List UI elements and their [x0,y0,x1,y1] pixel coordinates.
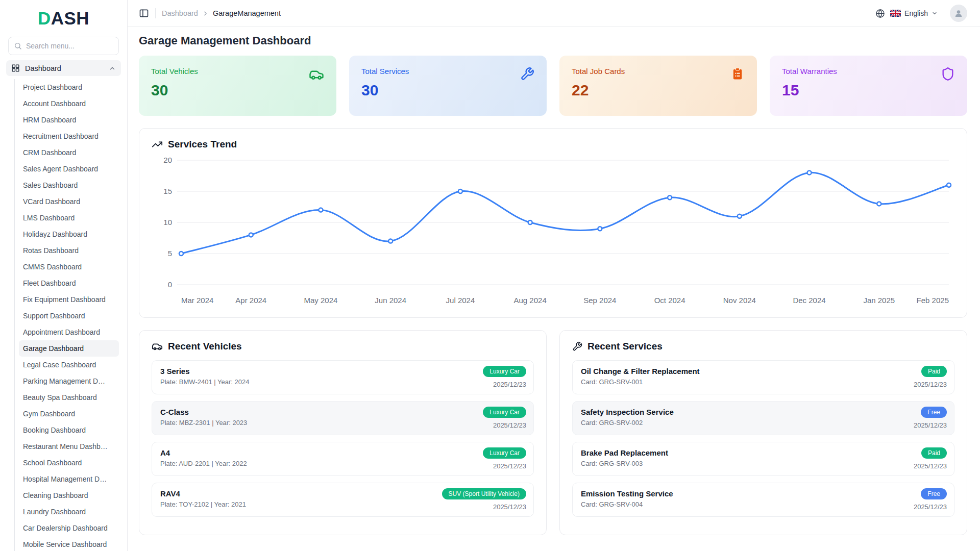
status-badge: Paid [921,447,947,459]
breadcrumb: Dashboard GarageManagement [162,9,281,17]
sidebar-item[interactable]: Fleet Dashboard [19,275,119,291]
sidebar-item-active[interactable]: Garage Dashboard [19,340,119,357]
status-badge: Free [921,407,947,418]
globe-icon[interactable] [875,9,885,18]
sidebar-item[interactable]: Sales Agent Dashboard [19,161,119,177]
svg-text:Oct 2024: Oct 2024 [654,296,685,305]
grid-icon [11,64,20,72]
service-row[interactable]: Brake Pad ReplacementCard: GRG-SRV-003Pa… [572,442,954,476]
recent-vehicles-title-text: Recent Vehicles [168,341,242,352]
search-input[interactable] [26,42,118,50]
sidebar-item[interactable]: Mobile Service Dashboard [19,536,119,551]
recent-services-card: Recent Services Oil Change & Filter Repl… [559,330,967,535]
vehicle-row[interactable]: 3 SeriesPlate: BMW-2401 | Year: 2024Luxu… [152,360,534,394]
recent-services-list: Oil Change & Filter ReplacementCard: GRG… [572,360,954,517]
sidebar-item[interactable]: Gym Dashboard [19,406,119,422]
recent-vehicles-card: Recent Vehicles 3 SeriesPlate: BMW-2401 … [139,330,547,535]
recent-vehicles-title: Recent Vehicles [152,341,534,352]
chevron-down-icon [932,10,938,16]
sidebar-item[interactable]: Parking Management D… [19,373,119,389]
vehicle-row[interactable]: A4Plate: AUD-2201 | Year: 2022Luxury Car… [152,442,534,476]
brand-logo-rest: ASH [51,8,89,28]
line-chart-svg: 20151050Mar 2024Apr 2024May 2024Jun 2024… [152,153,954,312]
stat-label: Total Vehicles [151,67,324,76]
sidebar-item[interactable]: LMS Dashboard [19,210,119,226]
car-icon [152,341,163,352]
sidebar-item[interactable]: Restaurant Menu Dashb… [19,438,119,455]
svg-text:Jul 2024: Jul 2024 [446,296,475,305]
svg-text:Feb 2025: Feb 2025 [917,296,949,305]
sidebar-item[interactable]: VCard Dashboard [19,193,119,210]
brand-logo: DASH [0,8,127,29]
car-icon [309,67,324,82]
svg-text:May 2024: May 2024 [304,296,338,305]
language-selector[interactable]: English [890,9,938,17]
sidebar-item[interactable]: Cleaning Dashboard [19,487,119,504]
clipboard-icon [730,67,745,81]
stat-card-total-services: Total Services 30 [349,56,547,116]
sidebar-item[interactable]: CRM Dashboard [19,144,119,161]
breadcrumb-dashboard[interactable]: Dashboard [162,9,198,17]
svg-text:Mar 2024: Mar 2024 [181,296,213,305]
row-subtitle: Card: GRG-SRV-004 [581,500,946,508]
stat-value: 30 [151,82,324,99]
topbar-divider [155,8,156,18]
row-subtitle: Card: GRG-SRV-003 [581,460,946,467]
sidebar: DASH Dashboard Project DashboardAccount … [0,0,128,551]
wrench-icon [572,341,582,352]
sidebar-item[interactable]: Car Dealership Dashboard [19,520,119,536]
svg-text:Aug 2024: Aug 2024 [514,296,547,305]
service-row[interactable]: Safety Inspection ServiceCard: GRG-SRV-0… [572,401,954,435]
sidebar-item[interactable]: CMMS Dashboard [19,259,119,275]
status-badge: Luxury Car [483,447,526,459]
sidebar-item[interactable]: Support Dashboard [19,308,119,324]
svg-text:Jun 2024: Jun 2024 [375,296,406,305]
status-badge: Paid [921,366,947,377]
user-avatar[interactable] [950,5,967,22]
row-date: 2025/12/23 [914,503,947,511]
sidebar-item[interactable]: Appointment Dashboard [19,324,119,340]
sidebar-item[interactable]: Fix Equipment Dashboard [19,291,119,308]
sidebar-item[interactable]: Sales Dashboard [19,177,119,193]
sidebar-item[interactable]: Hospital Management D… [19,471,119,487]
sidebar-item[interactable]: Project Dashboard [19,79,119,95]
uk-flag-icon [890,10,901,17]
service-row[interactable]: Emission Testing ServiceCard: GRG-SRV-00… [572,483,954,517]
sidebar-item[interactable]: HRM Dashboard [19,112,119,128]
row-subtitle: Card: GRG-SRV-001 [581,378,946,386]
row-subtitle: Plate: BMW-2401 | Year: 2024 [160,378,525,386]
stat-value: 15 [782,82,955,99]
sidebar-item[interactable]: Beauty Spa Dashboard [19,389,119,406]
stat-value: 30 [361,82,534,99]
stat-value: 22 [572,82,745,99]
service-row[interactable]: Oil Change & Filter ReplacementCard: GRG… [572,360,954,394]
sidebar-item[interactable]: Laundry Dashboard [19,504,119,520]
services-trend-card: Services Trend 20151050Mar 2024Apr 2024M… [139,128,967,318]
row-title: Safety Inspection Service [581,408,946,416]
app-root: DASH Dashboard Project DashboardAccount … [0,0,980,551]
sidebar-item[interactable]: Rotas Dashboard [19,242,119,259]
vehicle-row[interactable]: RAV4Plate: TOY-2102 | Year: 2021SUV (Spo… [152,483,534,517]
row-title: A4 [160,448,525,457]
vehicle-row[interactable]: C-ClassPlate: MBZ-2301 | Year: 2023Luxur… [152,401,534,435]
sidebar-item[interactable]: Legal Case Dashboard [19,357,119,373]
stat-label: Total Warranties [782,67,955,76]
sidebar-item[interactable]: Account Dashboard [19,95,119,112]
wrench-icon [520,67,534,81]
sidebar-item[interactable]: Recruitment Dashboard [19,128,119,144]
sidebar-item[interactable]: School Dashboard [19,455,119,471]
svg-text:Sep 2024: Sep 2024 [583,296,616,305]
chevron-right-icon [202,10,209,17]
sidebar-section-dashboard[interactable]: Dashboard [6,60,121,76]
sidebar-item[interactable]: Booking Dashboard [19,422,119,438]
row-date: 2025/12/23 [914,381,947,388]
language-label: English [904,9,928,17]
svg-text:20: 20 [163,156,172,164]
sidebar-item[interactable]: Holidayz Dashboard [19,226,119,242]
row-date: 2025/12/23 [493,503,526,511]
row-subtitle: Plate: AUD-2201 | Year: 2022 [160,460,525,467]
sidebar-search[interactable] [8,37,119,55]
row-title: Brake Pad Replacement [581,448,946,457]
row-date: 2025/12/23 [493,462,526,470]
sidebar-toggle-button[interactable] [139,8,149,18]
